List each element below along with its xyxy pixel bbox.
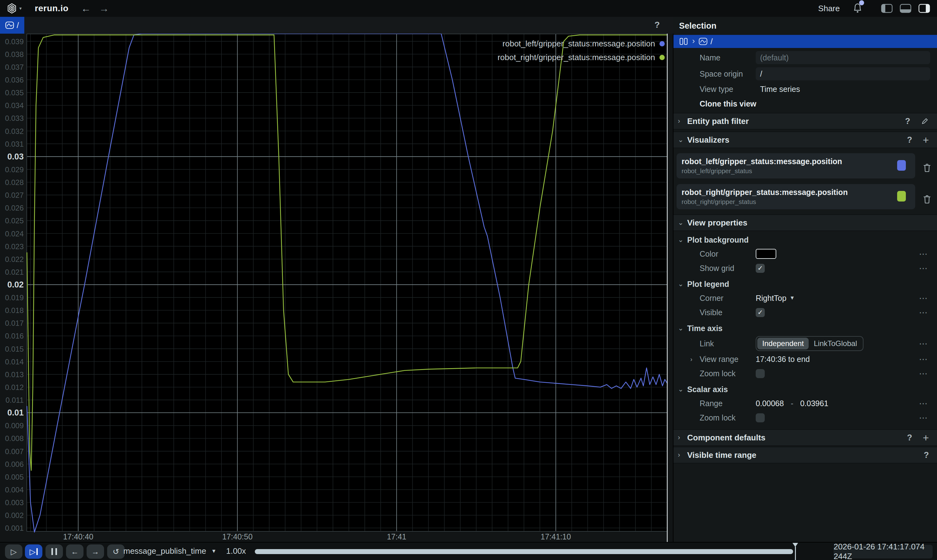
legend-corner-dropdown[interactable]: RightTop ▼ xyxy=(756,294,795,303)
more-options-button[interactable]: ⋯ xyxy=(919,338,928,349)
link-segmented-control[interactable]: Independent LinkToGlobal xyxy=(756,336,863,351)
svg-text:0.034: 0.034 xyxy=(5,101,24,110)
svg-text:0.019: 0.019 xyxy=(5,293,24,302)
time-zoom-lock-checkbox[interactable] xyxy=(756,369,765,378)
delete-visualizer-icon[interactable] xyxy=(923,163,931,172)
rerun-menu-button[interactable]: ▾ xyxy=(6,3,22,14)
follow-button[interactable]: ▷ xyxy=(25,545,42,559)
legend-color-dot xyxy=(660,41,665,46)
more-options-button[interactable]: ⋯ xyxy=(919,293,928,303)
svg-text:0.016: 0.016 xyxy=(5,332,24,340)
view-type-label: View type xyxy=(700,85,756,94)
toggle-bottom-panel-icon[interactable] xyxy=(900,4,911,13)
pause-button[interactable] xyxy=(46,545,63,559)
subsection-plot-legend[interactable]: ⌄ Plot legend xyxy=(674,277,937,291)
property-row-view-range: › View range 17:40:36 to end ⋯ xyxy=(674,352,937,366)
subsection-time-axis[interactable]: ⌄ Time axis xyxy=(674,322,937,335)
svg-text:0.036: 0.036 xyxy=(5,76,24,84)
link-option-independent[interactable]: Independent xyxy=(757,338,809,349)
forward-button[interactable]: → xyxy=(99,3,109,13)
subsection-plot-background[interactable]: ⌄ Plot background xyxy=(674,233,937,247)
series-color-swatch[interactable] xyxy=(897,160,906,171)
legend-entry[interactable]: robot_right/gripper_status:message.posit… xyxy=(497,51,665,64)
tab-timeseries-view[interactable]: / xyxy=(0,17,24,34)
link-option-linktoglobal[interactable]: LinkToGlobal xyxy=(809,338,862,349)
svg-text:0.038: 0.038 xyxy=(5,50,24,58)
more-options-button[interactable]: ⋯ xyxy=(919,368,928,379)
svg-text:0.012: 0.012 xyxy=(5,383,24,391)
svg-text:0.001: 0.001 xyxy=(5,524,24,532)
section-entity-path-filter[interactable]: › Entity path filter ? xyxy=(674,113,937,129)
current-timestamp[interactable]: 2026-01-26 17:41:17.074 244Z xyxy=(834,545,932,558)
plot-legend[interactable]: robot_left/gripper_status:message.positi… xyxy=(497,37,665,64)
subsection-scalar-axis[interactable]: ⌄ Scalar axis xyxy=(674,383,937,396)
view-type-value: Time series xyxy=(756,85,800,94)
chevron-right-icon[interactable]: › xyxy=(690,356,692,363)
more-options-button[interactable]: ⋯ xyxy=(919,398,928,409)
svg-text:0.027: 0.027 xyxy=(5,191,24,199)
visualizer-item[interactable]: robot_right/gripper_status:message.posit… xyxy=(677,184,915,209)
section-view-properties[interactable]: ⌄ View properties xyxy=(674,214,937,231)
toggle-left-panel-icon[interactable] xyxy=(881,4,893,13)
more-options-button[interactable]: ⋯ xyxy=(919,354,928,365)
section-component-defaults[interactable]: › Component defaults ? + xyxy=(674,429,937,446)
help-icon[interactable]: ? xyxy=(924,450,929,460)
property-row-corner: Corner RightTop ▼ ⋯ xyxy=(674,291,937,305)
playback-speed[interactable]: 1.00x xyxy=(226,546,246,556)
show-grid-checkbox[interactable]: ✓ xyxy=(756,264,765,273)
help-icon[interactable]: ? xyxy=(907,135,912,145)
notifications-button[interactable] xyxy=(852,2,863,15)
back-button[interactable]: ← xyxy=(81,3,91,13)
playhead-marker[interactable] xyxy=(792,543,798,547)
legend-label: robot_right/gripper_status:message.posit… xyxy=(497,52,655,62)
viewport-icon xyxy=(679,37,688,46)
legend-entry[interactable]: robot_left/gripper_status:message.positi… xyxy=(502,37,665,51)
svg-text:0.023: 0.023 xyxy=(5,242,24,251)
help-icon[interactable]: ? xyxy=(905,117,911,126)
plot-canvas[interactable]: 0.0010.0020.0030.0040.0050.0060.0070.008… xyxy=(0,34,674,542)
name-input[interactable]: (default) xyxy=(756,51,930,64)
more-options-button[interactable]: ⋯ xyxy=(919,413,928,423)
tab-label: / xyxy=(17,20,19,30)
share-button[interactable]: Share xyxy=(818,4,840,13)
series-color-swatch[interactable] xyxy=(897,191,906,202)
app-title: rerun.io xyxy=(35,3,69,13)
loop-button[interactable]: ↺ xyxy=(107,545,125,559)
more-options-button[interactable]: ⋯ xyxy=(919,249,928,259)
range-min-value[interactable]: 0.00068 xyxy=(756,399,784,408)
svg-text:0.028: 0.028 xyxy=(5,178,24,186)
legend-label: robot_left/gripper_status:message.positi… xyxy=(502,39,655,49)
timeline-scrubber[interactable] xyxy=(255,549,793,554)
svg-text:0.009: 0.009 xyxy=(5,422,24,430)
property-row-show-grid: Show grid ✓ ⋯ xyxy=(674,261,937,275)
space-origin-input[interactable]: / xyxy=(756,67,930,80)
timeline-selector[interactable]: message_publish_time ▼ xyxy=(123,546,217,556)
delete-visualizer-icon[interactable] xyxy=(923,195,931,204)
step-back-button[interactable]: ← xyxy=(66,545,83,559)
svg-text:0.039: 0.039 xyxy=(5,37,24,46)
legend-visible-checkbox[interactable]: ✓ xyxy=(756,308,765,317)
chevron-down-icon: ⌄ xyxy=(678,324,687,332)
help-icon[interactable]: ? xyxy=(907,433,912,443)
svg-text:0.008: 0.008 xyxy=(5,434,24,443)
edit-icon[interactable] xyxy=(921,117,929,125)
more-options-button[interactable]: ⋯ xyxy=(919,263,928,274)
section-visible-time-range[interactable]: › Visible time range ? xyxy=(674,447,937,463)
plot-background-color-swatch[interactable] xyxy=(756,249,776,259)
svg-text:0.024: 0.024 xyxy=(5,229,24,238)
add-visualizer-button[interactable]: + xyxy=(923,134,929,146)
step-forward-button[interactable]: → xyxy=(86,545,104,559)
clone-view-button[interactable]: Clone this view xyxy=(700,99,937,108)
breadcrumb[interactable]: › / xyxy=(674,35,937,48)
time-series-plot[interactable]: 0.0010.0020.0030.0040.0050.0060.0070.008… xyxy=(0,34,674,542)
scalar-zoom-lock-checkbox[interactable] xyxy=(756,413,765,422)
view-help-button[interactable]: ? xyxy=(654,20,660,30)
toggle-right-panel-icon[interactable] xyxy=(918,4,930,13)
range-max-value[interactable]: 0.03961 xyxy=(800,399,828,408)
add-component-default-button[interactable]: + xyxy=(923,432,929,444)
timeseries-icon xyxy=(5,22,14,29)
section-visualizers[interactable]: ⌄ Visualizers ? + xyxy=(674,131,937,148)
more-options-button[interactable]: ⋯ xyxy=(919,308,928,318)
play-button[interactable]: ▷ xyxy=(5,545,22,559)
visualizer-item[interactable]: robot_left/gripper_status:message.positi… xyxy=(677,153,915,178)
